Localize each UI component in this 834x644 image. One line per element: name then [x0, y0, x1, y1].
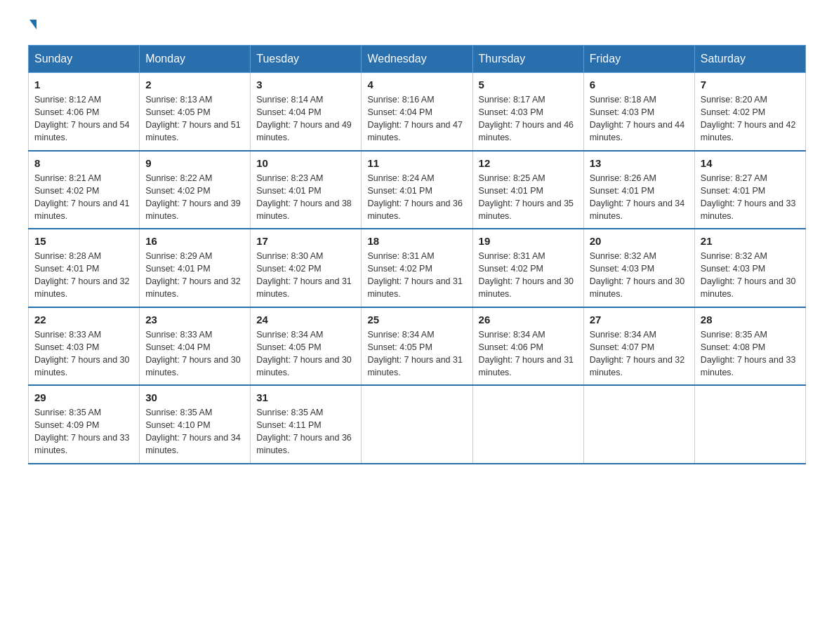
calendar-table: SundayMondayTuesdayWednesdayThursdayFrid…	[28, 45, 806, 464]
calendar-day-cell	[583, 385, 694, 464]
day-info: Sunrise: 8:29 AMSunset: 4:01 PMDaylight:…	[145, 250, 244, 301]
calendar-day-cell: 17 Sunrise: 8:30 AMSunset: 4:02 PMDaylig…	[251, 229, 362, 307]
day-info: Sunrise: 8:35 AMSunset: 4:09 PMDaylight:…	[34, 406, 133, 457]
day-info: Sunrise: 8:33 AMSunset: 4:03 PMDaylight:…	[34, 328, 133, 380]
day-info: Sunrise: 8:32 AMSunset: 4:03 PMDaylight:…	[590, 250, 689, 301]
day-number: 31	[256, 391, 355, 403]
calendar-day-cell: 11 Sunrise: 8:24 AMSunset: 4:01 PMDaylig…	[362, 151, 472, 229]
day-info: Sunrise: 8:25 AMSunset: 4:01 PMDaylight:…	[479, 172, 578, 223]
calendar-day-cell: 14 Sunrise: 8:27 AMSunset: 4:01 PMDaylig…	[694, 151, 805, 229]
calendar-day-cell: 8 Sunrise: 8:21 AMSunset: 4:02 PMDayligh…	[29, 151, 140, 229]
day-info: Sunrise: 8:35 AMSunset: 4:11 PMDaylight:…	[256, 406, 355, 457]
day-number: 18	[367, 235, 466, 247]
day-number: 7	[701, 79, 800, 90]
calendar-day-cell: 16 Sunrise: 8:29 AMSunset: 4:01 PMDaylig…	[140, 229, 251, 307]
calendar-day-cell: 28 Sunrise: 8:35 AMSunset: 4:08 PMDaylig…	[694, 307, 805, 386]
day-number: 9	[145, 157, 244, 169]
calendar-day-cell: 5 Sunrise: 8:17 AMSunset: 4:03 PMDayligh…	[472, 73, 583, 151]
day-number: 5	[479, 79, 578, 90]
calendar-day-cell: 30 Sunrise: 8:35 AMSunset: 4:10 PMDaylig…	[140, 385, 251, 464]
day-number: 20	[590, 235, 689, 247]
calendar-day-cell: 4 Sunrise: 8:16 AMSunset: 4:04 PMDayligh…	[362, 73, 472, 151]
day-number: 4	[367, 79, 466, 90]
calendar-day-cell: 23 Sunrise: 8:33 AMSunset: 4:04 PMDaylig…	[140, 307, 251, 386]
day-info: Sunrise: 8:30 AMSunset: 4:02 PMDaylight:…	[256, 250, 355, 301]
day-info: Sunrise: 8:31 AMSunset: 4:02 PMDaylight:…	[479, 250, 578, 301]
calendar-day-cell: 26 Sunrise: 8:34 AMSunset: 4:06 PMDaylig…	[472, 307, 583, 386]
day-number: 12	[479, 157, 578, 169]
day-number: 6	[590, 79, 689, 90]
calendar-day-cell: 13 Sunrise: 8:26 AMSunset: 4:01 PMDaylig…	[583, 151, 694, 229]
calendar-day-cell: 1 Sunrise: 8:12 AMSunset: 4:06 PMDayligh…	[29, 73, 140, 151]
calendar-day-cell: 27 Sunrise: 8:34 AMSunset: 4:07 PMDaylig…	[583, 307, 694, 386]
calendar-day-cell: 21 Sunrise: 8:32 AMSunset: 4:03 PMDaylig…	[694, 229, 805, 307]
calendar-day-cell: 19 Sunrise: 8:31 AMSunset: 4:02 PMDaylig…	[472, 229, 583, 307]
day-number: 28	[701, 314, 800, 326]
calendar-day-cell	[362, 385, 472, 464]
day-info: Sunrise: 8:20 AMSunset: 4:02 PMDaylight:…	[701, 93, 800, 145]
day-info: Sunrise: 8:35 AMSunset: 4:08 PMDaylight:…	[701, 328, 800, 380]
calendar-day-header: Friday	[583, 46, 694, 73]
day-number: 22	[34, 314, 133, 326]
day-info: Sunrise: 8:12 AMSunset: 4:06 PMDaylight:…	[34, 93, 133, 145]
calendar-day-header: Thursday	[472, 46, 583, 73]
calendar-day-cell: 15 Sunrise: 8:28 AMSunset: 4:01 PMDaylig…	[29, 229, 140, 307]
day-number: 26	[479, 314, 578, 326]
day-number: 10	[256, 157, 355, 169]
calendar-day-cell: 2 Sunrise: 8:13 AMSunset: 4:05 PMDayligh…	[140, 73, 251, 151]
day-info: Sunrise: 8:23 AMSunset: 4:01 PMDaylight:…	[256, 172, 355, 223]
logo-triangle-icon	[29, 20, 37, 29]
day-number: 11	[367, 157, 466, 169]
day-number: 17	[256, 235, 355, 247]
day-number: 8	[34, 157, 133, 169]
calendar-day-header: Monday	[140, 46, 251, 73]
day-info: Sunrise: 8:27 AMSunset: 4:01 PMDaylight:…	[701, 172, 800, 223]
day-info: Sunrise: 8:34 AMSunset: 4:06 PMDaylight:…	[479, 328, 578, 380]
day-number: 19	[479, 235, 578, 247]
day-number: 13	[590, 157, 689, 169]
calendar-day-cell: 25 Sunrise: 8:34 AMSunset: 4:05 PMDaylig…	[362, 307, 472, 386]
day-number: 16	[145, 235, 244, 247]
calendar-day-cell: 24 Sunrise: 8:34 AMSunset: 4:05 PMDaylig…	[251, 307, 362, 386]
calendar-day-cell: 7 Sunrise: 8:20 AMSunset: 4:02 PMDayligh…	[694, 73, 805, 151]
day-info: Sunrise: 8:35 AMSunset: 4:10 PMDaylight:…	[145, 406, 244, 457]
day-number: 25	[367, 314, 466, 326]
calendar-day-cell: 9 Sunrise: 8:22 AMSunset: 4:02 PMDayligh…	[140, 151, 251, 229]
day-info: Sunrise: 8:28 AMSunset: 4:01 PMDaylight:…	[34, 250, 133, 301]
calendar-day-header: Tuesday	[251, 46, 362, 73]
day-number: 30	[145, 391, 244, 403]
calendar-day-cell: 22 Sunrise: 8:33 AMSunset: 4:03 PMDaylig…	[29, 307, 140, 386]
calendar-day-header: Wednesday	[362, 46, 472, 73]
day-number: 2	[145, 79, 244, 90]
day-info: Sunrise: 8:34 AMSunset: 4:07 PMDaylight:…	[590, 328, 689, 380]
day-number: 14	[701, 157, 800, 169]
calendar-day-header: Sunday	[29, 46, 140, 73]
day-info: Sunrise: 8:34 AMSunset: 4:05 PMDaylight:…	[256, 328, 355, 380]
calendar-day-cell: 20 Sunrise: 8:32 AMSunset: 4:03 PMDaylig…	[583, 229, 694, 307]
page-header	[28, 21, 806, 31]
day-info: Sunrise: 8:18 AMSunset: 4:03 PMDaylight:…	[590, 93, 689, 145]
calendar-day-header: Saturday	[694, 46, 805, 73]
day-number: 1	[34, 79, 133, 90]
calendar-week-row: 1 Sunrise: 8:12 AMSunset: 4:06 PMDayligh…	[29, 73, 806, 151]
day-number: 24	[256, 314, 355, 326]
calendar-week-row: 8 Sunrise: 8:21 AMSunset: 4:02 PMDayligh…	[29, 151, 806, 229]
day-info: Sunrise: 8:22 AMSunset: 4:02 PMDaylight:…	[145, 172, 244, 223]
calendar-day-cell: 3 Sunrise: 8:14 AMSunset: 4:04 PMDayligh…	[251, 73, 362, 151]
day-info: Sunrise: 8:26 AMSunset: 4:01 PMDaylight:…	[590, 172, 689, 223]
day-number: 27	[590, 314, 689, 326]
day-info: Sunrise: 8:24 AMSunset: 4:01 PMDaylight:…	[367, 172, 466, 223]
day-info: Sunrise: 8:17 AMSunset: 4:03 PMDaylight:…	[479, 93, 578, 145]
day-number: 29	[34, 391, 133, 403]
calendar-day-cell: 6 Sunrise: 8:18 AMSunset: 4:03 PMDayligh…	[583, 73, 694, 151]
calendar-day-cell	[472, 385, 583, 464]
day-number: 21	[701, 235, 800, 247]
day-info: Sunrise: 8:13 AMSunset: 4:05 PMDaylight:…	[145, 93, 244, 145]
day-info: Sunrise: 8:16 AMSunset: 4:04 PMDaylight:…	[367, 93, 466, 145]
calendar-day-cell: 12 Sunrise: 8:25 AMSunset: 4:01 PMDaylig…	[472, 151, 583, 229]
day-info: Sunrise: 8:14 AMSunset: 4:04 PMDaylight:…	[256, 93, 355, 145]
calendar-day-cell: 31 Sunrise: 8:35 AMSunset: 4:11 PMDaylig…	[251, 385, 362, 464]
calendar-day-cell: 10 Sunrise: 8:23 AMSunset: 4:01 PMDaylig…	[251, 151, 362, 229]
day-info: Sunrise: 8:33 AMSunset: 4:04 PMDaylight:…	[145, 328, 244, 380]
calendar-header-row: SundayMondayTuesdayWednesdayThursdayFrid…	[29, 46, 806, 73]
